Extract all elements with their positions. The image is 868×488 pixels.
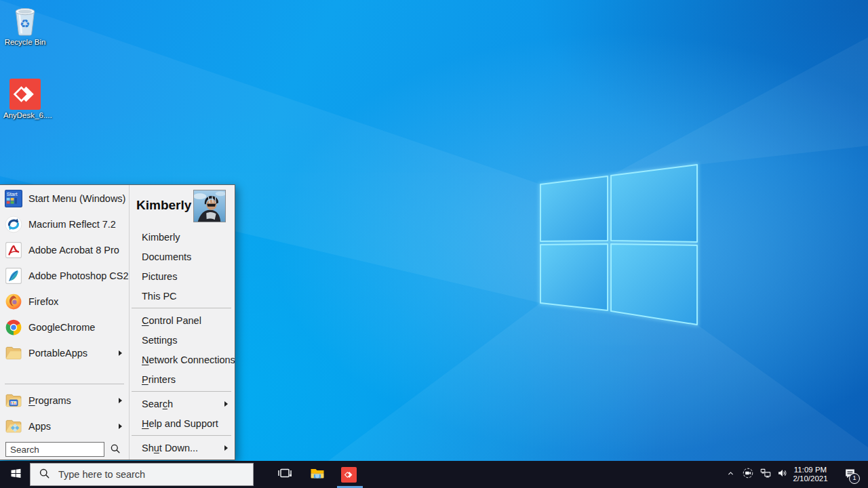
user-name: Kimberly	[136, 185, 191, 226]
acrobat-icon	[5, 241, 22, 259]
menu-item-label: Kimberly	[142, 232, 180, 243]
windows-flag-icon	[9, 467, 22, 483]
menu-item-settings[interactable]: Settings	[129, 330, 235, 350]
network-button[interactable]	[757, 461, 774, 488]
menu-item-label: Macrium Reflect 7.2	[28, 219, 116, 230]
menu-item-label: Settings	[142, 335, 177, 346]
action-center-button[interactable]: 1	[837, 461, 863, 488]
menu-item-documents[interactable]: Documents	[129, 247, 235, 266]
user-avatar[interactable]	[193, 190, 226, 222]
menu-item-portableapps[interactable]: PortableApps	[0, 340, 128, 366]
taskbar-clock[interactable]: 11:09 PM 2/10/2021	[788, 461, 833, 488]
menu-item-shut-down[interactable]: Shut Down...	[129, 438, 235, 458]
start-menu: StartStart Menu (Windows)Macrium Reflect…	[0, 184, 235, 460]
file-explorer-button[interactable]	[302, 461, 332, 488]
menu-item-label: PortableApps	[28, 348, 87, 359]
meet-now-button[interactable]	[739, 461, 757, 488]
menu-item-label: GoogleChrome	[28, 322, 95, 333]
file-explorer-icon	[309, 465, 326, 484]
menu-item-label: Apps	[28, 421, 51, 432]
menu-item-label: Search	[142, 399, 173, 409]
menu-item-label: Adobe Acrobat 8 Pro	[28, 245, 119, 256]
folder-icon	[5, 344, 22, 362]
menu-item-label: Firefox	[28, 296, 58, 307]
firefox-icon	[5, 293, 22, 310]
menu-item-network-connections[interactable]: Network Connections	[129, 350, 235, 369]
menu-item-kimberly[interactable]: Kimberly	[129, 227, 235, 247]
menu-item-label: Pictures	[142, 271, 177, 282]
taskbar-search-input[interactable]	[57, 468, 253, 481]
start-menu-search-button[interactable]	[107, 442, 123, 457]
start-menu-right-column: Kimberly KimberlyDocumentsPicturesThis P…	[129, 185, 235, 460]
taskbar-search[interactable]	[30, 463, 254, 486]
menu-item-adobe-photoshop-cs2[interactable]: Adobe Photoshop CS2	[0, 263, 128, 289]
menu-item-label: Adobe Photoshop CS2	[28, 270, 129, 281]
menu-item-label: Start Menu (Windows)	[28, 193, 125, 204]
taskbar: 11:09 PM 2/10/2021 1	[0, 461, 868, 488]
menu-item-label: Network Connections	[142, 354, 235, 365]
menu-item-firefox[interactable]: Firefox	[0, 289, 128, 314]
chevron-up-icon	[726, 468, 736, 481]
meet-now-icon	[742, 467, 754, 482]
menu-item-label: Programs	[28, 395, 71, 406]
submenu-arrow-icon	[119, 350, 122, 356]
task-view-button[interactable]	[270, 461, 300, 488]
menu-item-googlechrome[interactable]: GoogleChrome	[0, 314, 128, 340]
menu-item-programs[interactable]: Programs	[0, 388, 128, 413]
menu-separator	[132, 435, 231, 436]
search-icon	[31, 468, 57, 482]
search-icon	[110, 443, 121, 456]
start-menu-search-row	[5, 441, 123, 458]
anydesk-taskbar-button[interactable]	[334, 461, 363, 488]
user-header[interactable]: Kimberly	[129, 185, 235, 227]
anydesk-icon	[9, 79, 41, 110]
start-menu-windows-icon: Start	[5, 190, 22, 207]
desktop-icon-label: Recycle Bin	[3, 38, 47, 47]
clock-date: 2/10/2021	[793, 474, 827, 484]
menu-item-pictures[interactable]: Pictures	[129, 266, 235, 286]
chrome-icon	[5, 319, 22, 336]
clock-time: 11:09 PM	[794, 466, 827, 475]
menu-item-label: Shut Down...	[142, 443, 198, 453]
menu-item-control-panel[interactable]: Control Panel	[129, 310, 235, 330]
photoshop-icon	[5, 267, 22, 285]
menu-item-search[interactable]: Search	[129, 394, 235, 413]
apps-folder-icon	[5, 418, 22, 435]
network-icon	[760, 467, 772, 482]
menu-item-label: Control Panel	[142, 315, 201, 326]
menu-item-adobe-acrobat-8-pro[interactable]: Adobe Acrobat 8 Pro	[0, 237, 128, 263]
desktop: ♻ Recycle Bin AnyDesk_6.... StartStart M…	[0, 0, 868, 488]
desktop-icon-anydesk[interactable]: AnyDesk_6....	[3, 79, 47, 120]
desktop-icon-label: AnyDesk_6....	[3, 111, 47, 120]
submenu-arrow-icon	[119, 424, 122, 429]
recycle-bin-icon: ♻	[9, 5, 41, 37]
tray-show-hidden-icons-button[interactable]	[722, 461, 739, 488]
anydesk-icon	[341, 467, 357, 483]
desktop-icon-recycle-bin[interactable]: ♻ Recycle Bin	[3, 5, 47, 47]
menu-item-label: Documents	[142, 251, 191, 262]
menu-item-help-and-support[interactable]: Help and Support	[129, 413, 235, 433]
menu-item-label: Printers	[142, 374, 176, 385]
start-button[interactable]	[0, 461, 31, 488]
menu-item-apps[interactable]: Apps	[0, 413, 128, 439]
start-menu-search-input[interactable]	[5, 442, 104, 457]
macrium-reflect-icon	[5, 216, 22, 233]
programs-folder-icon	[5, 392, 22, 409]
task-view-icon	[277, 465, 293, 484]
svg-text:Start: Start	[7, 191, 18, 197]
menu-item-start-menu-windows[interactable]: StartStart Menu (Windows)	[0, 186, 128, 211]
menu-item-label: This PC	[142, 291, 177, 302]
notification-badge: 1	[849, 473, 860, 484]
start-menu-program-list: StartStart Menu (Windows)Macrium Reflect…	[0, 186, 128, 439]
menu-separator	[132, 308, 231, 308]
start-menu-places-list: KimberlyDocumentsPicturesThis PCControl …	[129, 227, 235, 458]
submenu-arrow-icon	[224, 445, 228, 451]
menu-item-macrium-reflect-7-2[interactable]: Macrium Reflect 7.2	[0, 211, 128, 237]
menu-item-printers[interactable]: Printers	[129, 369, 235, 389]
volume-icon	[776, 467, 789, 482]
menu-item-this-pc[interactable]: This PC	[129, 286, 235, 306]
submenu-arrow-icon	[119, 398, 122, 403]
svg-text:♻: ♻	[20, 17, 30, 30]
start-menu-left-column: StartStart Menu (Windows)Macrium Reflect…	[0, 185, 130, 460]
menu-item-label: Help and Support	[142, 418, 218, 429]
